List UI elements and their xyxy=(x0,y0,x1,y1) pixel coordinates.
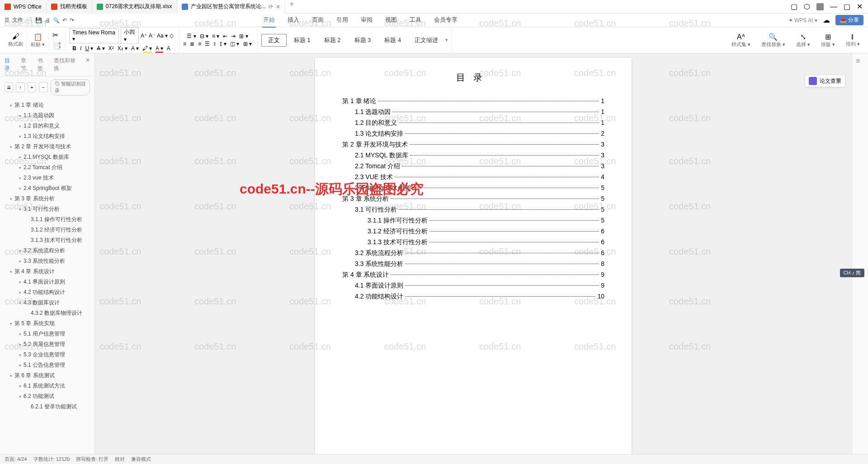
bold-icon[interactable]: B xyxy=(72,45,76,53)
outline-item[interactable]: ▾3.3 系统性能分析 xyxy=(0,256,94,266)
underline-icon[interactable]: U ▾ xyxy=(85,45,93,53)
minimize-icon[interactable]: — xyxy=(830,3,837,11)
tab-xlsx[interactable]: 0726需求文档以及排期.xlsx xyxy=(92,0,177,14)
outline-item[interactable]: ▾第 6 章 系统测试 xyxy=(0,370,94,381)
sort-icon[interactable]: ⫿ xyxy=(851,33,854,41)
align-justify-icon[interactable]: ☰ xyxy=(205,41,210,47)
file-menu[interactable]: 文件 xyxy=(12,16,23,24)
paste-icon[interactable]: 📋 xyxy=(33,33,42,41)
window-restore-icon[interactable]: ▢ xyxy=(791,2,797,11)
side-tab-find[interactable]: 查找和替换 xyxy=(54,57,79,72)
style-more-icon[interactable]: ▾ xyxy=(445,37,448,43)
increase-indent-icon[interactable]: ⇥ xyxy=(231,33,236,39)
change-case-icon[interactable]: Aa ▾ xyxy=(157,33,168,39)
menu-tab-insert[interactable]: 插入 xyxy=(287,13,300,28)
wps-ai-button[interactable]: ✦ WPS AI ▾ xyxy=(788,17,817,24)
outline-item[interactable]: ▾3.1 可行性分析 xyxy=(0,204,94,214)
outline-item[interactable]: ▾6.1 系统测试方法 xyxy=(0,381,94,391)
menu-tab-member[interactable]: 会员专享 xyxy=(433,13,458,28)
strikethrough-icon[interactable]: A̶ ▾ xyxy=(97,45,104,53)
print-preview-icon[interactable]: 🔍 xyxy=(53,17,60,24)
distribute-icon[interactable]: ⫴ xyxy=(213,41,216,47)
outline-item[interactable]: ▾2.4 SpringBoot 框架 xyxy=(0,183,94,194)
outline-item[interactable]: ▾4.3 数据库设计 xyxy=(0,298,94,308)
decrease-font-icon[interactable]: A⁻ xyxy=(149,33,155,39)
sidebar-close-icon[interactable]: ✕ xyxy=(85,57,90,72)
side-tab-bookmark[interactable]: 书签 xyxy=(38,57,47,72)
tab-close-icon[interactable]: ✕ xyxy=(276,4,280,10)
format-painter-icon[interactable]: 🖌 xyxy=(12,33,19,41)
remove-button[interactable]: − xyxy=(39,82,47,92)
layout-icon[interactable]: ⊞ xyxy=(825,33,831,41)
tab-add-button[interactable]: + xyxy=(285,0,299,14)
style-indent[interactable]: 正文缩进 xyxy=(408,34,444,46)
font-name-select[interactable]: Times New Roma ▾ xyxy=(69,28,119,43)
status-words[interactable]: 字数统计: 12120 xyxy=(33,456,70,463)
char-shading-icon[interactable]: A xyxy=(167,45,170,53)
outline-item[interactable]: ▾第 1 章 绪论 xyxy=(0,100,94,110)
collapse-panel-icon[interactable]: ≡ xyxy=(852,53,868,69)
avatar-icon[interactable] xyxy=(816,3,824,10)
menu-tab-page[interactable]: 页面 xyxy=(311,13,325,28)
increase-font-icon[interactable]: A⁺ xyxy=(141,33,147,39)
outline-item[interactable]: 4.3.2 数据库物理设计 xyxy=(0,308,94,318)
add-button[interactable]: + xyxy=(28,82,36,92)
tab-template[interactable]: 找稻壳模板 xyxy=(47,0,92,14)
shading-icon[interactable]: ◫ ▾ xyxy=(230,41,239,47)
status-page[interactable]: 页面: 4/24 xyxy=(5,456,27,463)
line-spacing-icon[interactable]: ‡ ▾ xyxy=(219,41,226,47)
move-up-button[interactable]: ↑ xyxy=(16,82,24,92)
outline-item[interactable]: ▾4.2 功能结构设计 xyxy=(0,287,94,298)
font-size-select[interactable]: 小四 ▾ xyxy=(121,27,139,44)
font-color-icon[interactable]: A ▾ xyxy=(156,45,163,53)
outline-item[interactable]: ▾2.1 MYSQL 数据库 xyxy=(0,152,94,162)
smart-toc-button[interactable]: ◎ 智能识别目录 xyxy=(51,79,90,95)
decrease-indent-icon[interactable]: ⇤ xyxy=(223,33,227,39)
outline-item[interactable]: ▾3.2 系统流程分析 xyxy=(0,246,94,256)
clear-format-icon[interactable]: ◇ xyxy=(170,33,174,39)
style-h1[interactable]: 标题 1 xyxy=(288,34,317,46)
find-icon[interactable]: 🔍 xyxy=(769,33,778,41)
menu-tab-review[interactable]: 审阅 xyxy=(360,13,373,28)
side-tab-toc[interactable]: 目录 xyxy=(5,57,14,72)
thesis-check-button[interactable]: 论文查重 xyxy=(805,75,845,87)
document-area[interactable]: 目录 第 1 章 绪论11.1 选题动因11.2 目的和意义11.3 论文结构安… xyxy=(95,53,852,464)
bullet-list-icon[interactable]: ☰ ▾ xyxy=(187,33,196,39)
maximize-icon[interactable]: ▢ xyxy=(844,2,850,11)
outline-item[interactable]: ▾1.1 选题动因 xyxy=(0,110,94,121)
text-effect-icon[interactable]: A ▾ xyxy=(131,45,139,53)
subscript-icon[interactable]: X₂ ▾ xyxy=(118,45,127,53)
multilevel-list-icon[interactable]: ≡ ▾ xyxy=(212,33,219,39)
align-right-icon[interactable]: ≡ xyxy=(198,41,201,47)
menu-tab-start[interactable]: 开始 xyxy=(262,13,276,28)
menu-tab-reference[interactable]: 引用 xyxy=(335,13,349,28)
menu-tab-view[interactable]: 视图 xyxy=(384,13,398,28)
align-center-icon[interactable]: ≣ xyxy=(190,41,194,47)
outline-item[interactable]: ▾4.1 界面设计原则 xyxy=(0,277,94,287)
superscript-icon[interactable]: X² xyxy=(108,45,114,53)
outline-item[interactable]: ▾第 4 章 系统设计 xyxy=(0,266,94,277)
outline-item[interactable]: ▾第 2 章 开发环境与技术 xyxy=(0,142,94,152)
copy-icon[interactable]: 📑 xyxy=(52,41,61,50)
outline-item[interactable]: 6.2.1 登录功能测试 xyxy=(0,402,94,412)
style-h3[interactable]: 标题 3 xyxy=(348,34,377,46)
outline-item[interactable]: ▾5.2 房屋信息管理 xyxy=(0,339,94,350)
status-compat[interactable]: 兼容模式 xyxy=(131,456,151,463)
outline-item[interactable]: ▾2.3 vue 技术 xyxy=(0,173,94,183)
outline-item[interactable]: ▾第 5 章 系统实现 xyxy=(0,318,94,329)
highlight-icon[interactable]: 🖍 ▾ xyxy=(142,45,152,53)
outline-item[interactable]: ▾第 3 章 系统分析 xyxy=(0,194,94,204)
style-h4[interactable]: 标题 4 xyxy=(378,34,407,46)
outline-item[interactable]: ▾5.3 企业信息管理 xyxy=(0,350,94,360)
outline-item[interactable]: ▾6.2 功能测试 xyxy=(0,391,94,402)
outline-item[interactable]: ▾5.1 公告信息管理 xyxy=(0,360,94,370)
border-icon[interactable]: ⊞ ▾ xyxy=(243,41,252,47)
align-left-icon[interactable]: ≡ xyxy=(183,41,186,47)
outline-item[interactable]: 3.1.2 经济可行性分析 xyxy=(0,225,94,235)
cube-icon[interactable]: ⬡ xyxy=(804,2,810,11)
style-set-icon[interactable]: Aᴬ xyxy=(737,33,745,41)
ime-indicator[interactable]: CH ♪ 简 xyxy=(840,269,865,277)
tab-stops-icon[interactable]: ⊞ ▾ xyxy=(239,33,248,39)
side-tab-chapter[interactable]: 章节 xyxy=(21,57,31,72)
new-icon[interactable]: 📄 xyxy=(26,17,33,24)
